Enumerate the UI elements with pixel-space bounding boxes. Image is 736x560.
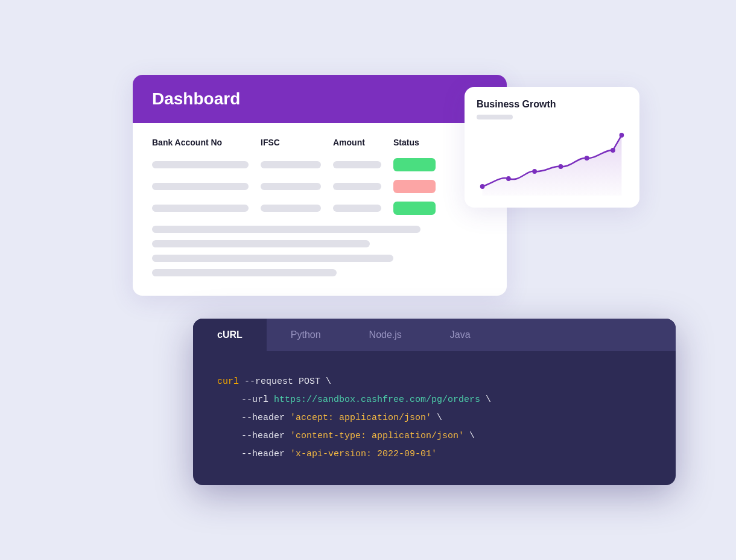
dashboard-header: Dashboard <box>133 75 507 123</box>
chart-dot-4 <box>559 164 563 169</box>
tab-nodejs[interactable]: Node.js <box>345 319 426 351</box>
code-header2-flag: --header <box>241 427 290 445</box>
scene: Dashboard Bank Account No IFSC Amount St… <box>97 75 639 485</box>
extra-row-4 <box>152 269 337 276</box>
table-headers: Bank Account No IFSC Amount Status <box>152 138 487 147</box>
code-header2-value: 'content-type: application/json' <box>290 427 464 445</box>
code-line-5: --header 'x-api-version: 2022-09-01' <box>217 445 652 463</box>
chart-dot-6 <box>611 148 615 153</box>
cell-ifsc-3 <box>261 205 321 212</box>
cell-amount-3 <box>333 205 381 212</box>
extra-row-3 <box>152 255 393 262</box>
tabs-bar: cURL Python Node.js Java <box>193 319 676 351</box>
cell-amount-2 <box>333 183 381 190</box>
col-bank: Bank Account No <box>152 138 261 147</box>
code-curl-post: --request POST \ <box>239 373 331 391</box>
code-url-flag: --url <box>241 391 274 409</box>
dashboard-table: Bank Account No IFSC Amount Status <box>133 123 507 296</box>
code-header1-backslash: \ <box>431 409 442 427</box>
growth-title: Business Growth <box>477 99 627 110</box>
code-line-2: --url https://sandbox.cashfree.com/pg/or… <box>217 391 652 409</box>
col-status: Status <box>393 138 454 147</box>
cell-bank-3 <box>152 205 249 212</box>
tab-curl[interactable]: cURL <box>193 319 267 351</box>
col-ifsc: IFSC <box>261 138 333 147</box>
chart-dot-2 <box>506 176 511 181</box>
cell-amount-1 <box>333 161 381 168</box>
code-line-1: curl --request POST \ <box>217 373 652 391</box>
table-row <box>152 180 487 193</box>
code-curl-keyword: curl <box>217 373 239 391</box>
extra-row-2 <box>152 240 370 247</box>
cell-bank-1 <box>152 161 249 168</box>
chart-area <box>483 135 622 196</box>
table-row <box>152 202 487 215</box>
code-url-backslash: \ <box>480 391 491 409</box>
chart-dot-5 <box>585 156 589 161</box>
code-header1-value: 'accept: application/json' <box>290 409 431 427</box>
code-header3-value: 'x-api-version: 2022-09-01' <box>290 445 437 463</box>
code-header2-backslash: \ <box>464 427 475 445</box>
code-header1-flag: --header <box>241 409 290 427</box>
table-row <box>152 158 487 171</box>
chart-dot-1 <box>480 184 485 189</box>
cell-status-1 <box>393 158 436 171</box>
code-line-3: --header 'accept: application/json' \ <box>217 409 652 427</box>
dashboard-card: Dashboard Bank Account No IFSC Amount St… <box>133 75 507 296</box>
code-panel: cURL Python Node.js Java curl --request … <box>193 319 676 485</box>
extra-rows <box>152 226 487 276</box>
cell-ifsc-1 <box>261 161 321 168</box>
chart-dot-7 <box>620 133 624 138</box>
table-rows <box>152 158 487 215</box>
code-body: curl --request POST \ --url https://sand… <box>193 351 676 485</box>
tab-java[interactable]: Java <box>426 319 495 351</box>
chart-dot-3 <box>532 169 537 174</box>
code-line-4: --header 'content-type: application/json… <box>217 427 652 445</box>
growth-card: Business Growth <box>465 87 639 208</box>
tab-python[interactable]: Python <box>267 319 345 351</box>
code-url-value: https://sandbox.cashfree.com/pg/orders <box>274 391 480 409</box>
cell-status-2 <box>393 180 436 193</box>
growth-chart <box>477 129 627 196</box>
cell-bank-2 <box>152 183 249 190</box>
cell-ifsc-2 <box>261 183 321 190</box>
dashboard-title: Dashboard <box>152 89 240 108</box>
extra-row-1 <box>152 226 420 233</box>
cell-status-3 <box>393 202 436 215</box>
col-amount: Amount <box>333 138 393 147</box>
growth-subtitle-bar <box>477 115 513 119</box>
code-header3-flag: --header <box>241 445 290 463</box>
